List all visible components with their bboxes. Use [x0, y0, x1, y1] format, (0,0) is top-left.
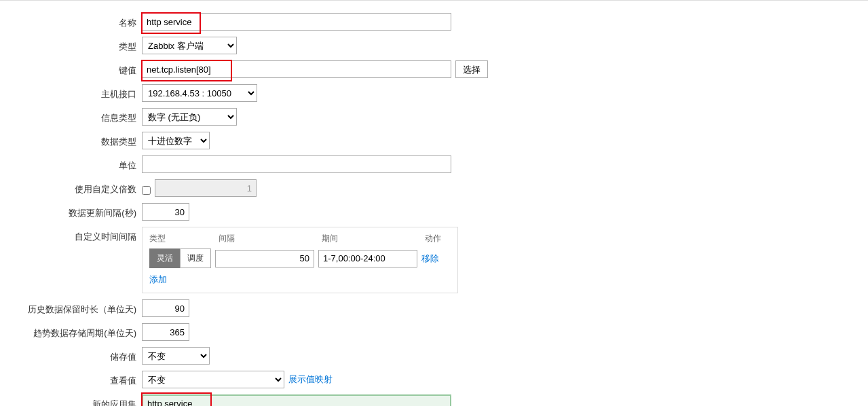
- store-value-select[interactable]: 不变: [142, 347, 210, 365]
- label-new-application: 新的应用集: [0, 394, 142, 406]
- label-store-value: 储存值: [0, 347, 142, 363]
- select-key-button[interactable]: 选择: [455, 60, 488, 78]
- label-multiplier: 使用自定义倍数: [0, 179, 142, 196]
- units-input[interactable]: [142, 155, 451, 173]
- show-value-mappings-link[interactable]: 展示值映射: [288, 373, 333, 386]
- key-input[interactable]: [142, 60, 451, 78]
- interval-head-type: 类型: [149, 233, 219, 244]
- host-interface-select[interactable]: 192.168.4.53 : 10050: [142, 84, 257, 102]
- interval-type-scheduling-button[interactable]: 调度: [180, 248, 211, 268]
- trends-input[interactable]: [142, 323, 189, 341]
- label-update-interval: 数据更新间隔(秒): [0, 203, 142, 219]
- label-custom-intervals: 自定义时间间隔: [0, 227, 142, 243]
- history-input[interactable]: [142, 299, 189, 317]
- interval-remove-link[interactable]: 移除: [421, 253, 439, 265]
- name-input[interactable]: [142, 13, 451, 31]
- show-value-select[interactable]: 不变: [142, 371, 284, 388]
- custom-intervals-box: 类型 间隔 期间 动作 灵活 调度 移除 添加: [142, 227, 458, 293]
- label-info-type: 信息类型: [0, 108, 142, 124]
- label-name: 名称: [0, 13, 142, 29]
- interval-head-action: 动作: [425, 233, 451, 244]
- multiplier-checkbox[interactable]: [142, 186, 151, 195]
- label-host-interface: 主机接口: [0, 84, 142, 100]
- label-trends: 趋势数据存储周期(单位天): [0, 323, 142, 339]
- interval-period-input[interactable]: [318, 250, 417, 267]
- interval-head-interval: 间隔: [219, 233, 322, 244]
- label-type: 类型: [0, 37, 142, 53]
- update-interval-input[interactable]: [142, 203, 189, 221]
- interval-head-period: 期间: [322, 233, 425, 244]
- interval-type-flexible-button[interactable]: 灵活: [149, 248, 180, 268]
- interval-add-link[interactable]: 添加: [149, 274, 167, 286]
- interval-value-input[interactable]: [215, 250, 314, 267]
- label-key: 键值: [0, 60, 142, 77]
- new-application-input[interactable]: [142, 394, 451, 406]
- type-select[interactable]: Zabbix 客户端: [142, 37, 237, 54]
- label-history: 历史数据保留时长（单位天): [0, 299, 142, 316]
- data-type-select[interactable]: 十进位数字: [142, 132, 210, 149]
- label-data-type: 数据类型: [0, 132, 142, 148]
- label-show-value: 查看值: [0, 371, 142, 387]
- info-type-select[interactable]: 数字 (无正负): [142, 108, 237, 126]
- item-form: 名称 类型 Zabbix 客户端 键值 选择 主机接口 192.168.4.53…: [0, 1, 868, 406]
- multiplier-input: [155, 179, 257, 197]
- label-units: 单位: [0, 155, 142, 172]
